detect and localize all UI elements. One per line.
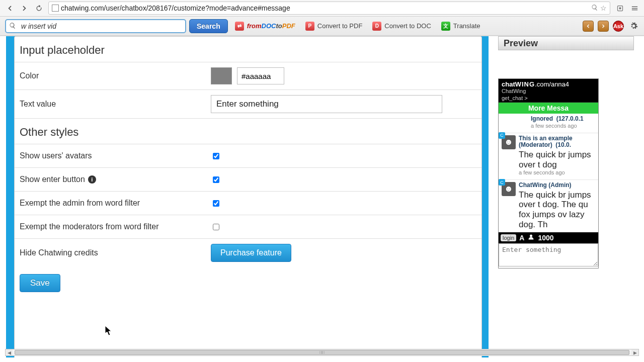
scroll-thumb[interactable] — [15, 350, 629, 355]
show-enter-text: Show enter button — [20, 175, 85, 184]
show-enter-label: Show enter button i — [15, 168, 206, 191]
fromdoctopdf-logo[interactable]: ⇄ fromDOCtoPDF — [232, 20, 298, 32]
section-title-input-placeholder: Input placeholder — [15, 37, 481, 62]
more-messages-button[interactable]: More Messa — [499, 103, 598, 114]
convert-to-doc-button[interactable]: DConvert to DOC — [369, 20, 434, 32]
fromdoctopdf-label: fromDOCtoPDF — [247, 22, 295, 30]
show-avatars-label: Show users' avatars — [15, 144, 206, 167]
page-icon — [52, 5, 59, 12]
toolbar-settings-button[interactable] — [628, 21, 639, 32]
show-enter-checkbox[interactable] — [213, 176, 219, 183]
avatar-icon: ☻ — [502, 135, 516, 149]
scroll-right-button[interactable]: ▸ — [631, 349, 638, 355]
address-bar[interactable]: chatwing.com/user/chatbox/208167/customi… — [48, 2, 610, 15]
exempt-mods-label: Exempt the moderators from word filter — [15, 215, 206, 238]
convert-to-pdf-button[interactable]: PConvert to PDF — [302, 20, 366, 32]
page-toolbar: Search ⇄ fromDOCtoPDF PConvert to PDF DC… — [0, 17, 644, 36]
translate-label: Translate — [453, 22, 480, 30]
prev-arrow-button[interactable] — [583, 21, 594, 32]
user-icon — [527, 233, 535, 242]
bookmark-icon[interactable]: ☆ — [600, 4, 607, 12]
search-button[interactable]: Search — [189, 19, 228, 33]
chat-brand: chatWING — [502, 80, 535, 88]
browser-menu-button[interactable] — [628, 2, 641, 15]
search-input[interactable] — [5, 19, 186, 33]
svg-rect-1 — [619, 7, 621, 9]
horizontal-scrollbar[interactable]: ◂ ▸ — [5, 349, 639, 356]
zoom-icon[interactable] — [591, 4, 598, 13]
toolbar-search: Search — [5, 19, 228, 33]
scroll-left-button[interactable]: ◂ — [6, 349, 13, 355]
chat-message: ☻ This is an example (Moderator) (10.0. … — [499, 133, 598, 180]
user-count: 1000 — [538, 234, 553, 242]
browser-toolbar: chatwing.com/user/chatbox/208167/customi… — [0, 0, 644, 17]
ask-badge-icon[interactable]: Ask — [613, 21, 624, 32]
translate-icon: 文 — [441, 22, 450, 31]
preview-pane: Preview chatWING.com/anna4 ChatWing get_… — [498, 36, 634, 268]
chat-preview: chatWING.com/anna4 ChatWing get_chat > M… — [498, 78, 599, 268]
msg-author: Ignored (127.0.0.1 — [531, 115, 584, 122]
pdf-icon: P — [305, 22, 314, 31]
chat-getchat-bar[interactable]: get_chat > — [499, 95, 598, 103]
next-arrow-button[interactable] — [598, 21, 609, 32]
login-button[interactable]: login — [501, 234, 516, 241]
extension-icon[interactable] — [613, 2, 626, 15]
color-swatch[interactable] — [211, 67, 232, 84]
hide-credits-label: Hide Chatwing credits — [15, 239, 206, 267]
msg-text: The quick br jumps over t dog. The qu fo… — [519, 190, 595, 229]
text-value-label: Text value — [15, 90, 206, 118]
nav-back-button[interactable] — [3, 2, 16, 15]
chat-status-bar: login A 1000 — [499, 232, 598, 243]
chat-header: chatWING.com/anna4 ChatWing — [499, 79, 598, 95]
msg-time: a few seconds ago — [519, 169, 565, 175]
preview-title: Preview — [498, 36, 634, 50]
address-text: chatwing.com/user/chatbox/208167/customi… — [61, 5, 589, 12]
pdf-app-icon: ⇄ — [235, 22, 244, 31]
purchase-feature-button[interactable]: Purchase feature — [211, 244, 291, 262]
color-hex-input[interactable] — [237, 67, 284, 84]
msg-author: ChatWing (Admin) — [519, 182, 572, 189]
search-icon — [9, 22, 17, 30]
translate-button[interactable]: 文Translate — [438, 20, 484, 32]
color-label: Color — [15, 62, 206, 89]
info-icon[interactable]: i — [88, 175, 96, 184]
nav-forward-button[interactable] — [18, 2, 31, 15]
chat-message: ☻ ChatWing (Admin) The quick br jumps ov… — [499, 180, 598, 232]
save-button[interactable]: Save — [20, 274, 60, 292]
text-value-input[interactable] — [211, 95, 442, 113]
convert-pdf-label: Convert to PDF — [317, 22, 363, 30]
chat-subtitle: ChatWing — [502, 88, 595, 94]
msg-text: The quick br jumps over t dog — [519, 150, 595, 169]
settings-panel: Input placeholder Color Text value Other… — [14, 36, 482, 357]
chat-message: Ignored (127.0.0.1 a few seconds ago — [499, 114, 598, 133]
section-title-other-styles: Other styles — [15, 118, 481, 144]
avatar-icon: ☻ — [502, 182, 516, 196]
show-avatars-checkbox[interactable] — [213, 153, 219, 159]
font-icon[interactable]: A — [519, 234, 524, 242]
scroll-track[interactable] — [13, 349, 631, 355]
chat-input[interactable] — [499, 243, 598, 266]
doc-icon: D — [372, 22, 381, 31]
exempt-admin-checkbox[interactable] — [213, 200, 219, 207]
chat-brand-tail: .com/anna4 — [535, 80, 569, 88]
msg-time: a few seconds ago — [531, 123, 577, 129]
exempt-admin-label: Exempt the admin from word filter — [15, 192, 206, 215]
msg-author: This is an example (Moderator) (10.0. — [519, 135, 573, 149]
convert-doc-label: Convert to DOC — [384, 22, 431, 30]
exempt-mods-checkbox[interactable] — [213, 224, 219, 230]
nav-reload-button[interactable] — [32, 2, 45, 15]
